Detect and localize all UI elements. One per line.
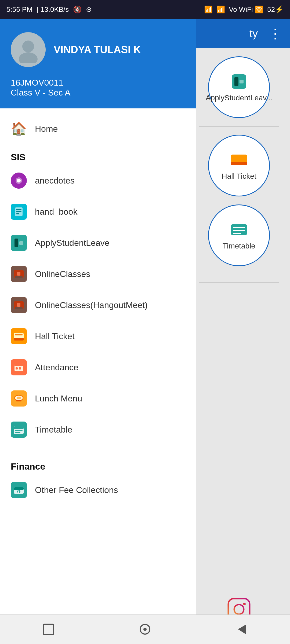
spacer <box>0 445 196 453</box>
bottom-navigation <box>0 614 290 644</box>
user-name: VINDYA TULASI K <box>54 44 141 56</box>
bottom-spacer <box>0 506 196 522</box>
online-classes-label: OnlineClasses <box>35 269 90 279</box>
svg-rect-29 <box>14 338 24 341</box>
main-container: ty ⋮ ApplyStudentLeav... <box>0 19 290 644</box>
user-class: Class V - Sec A <box>11 88 185 98</box>
nav-item-other-fee[interactable]: $ Other Fee Collections <box>0 474 196 506</box>
nav-item-apply-leave[interactable]: ApplyStudentLeave <box>0 227 196 258</box>
battery-display: 52⚡ <box>267 5 284 14</box>
nav-item-anecdotes[interactable]: anecdotes <box>0 165 196 196</box>
avatar <box>11 32 46 67</box>
side-drawer: VINDYA TULASI K 16JMOV0011 Class V - Sec… <box>0 19 196 644</box>
svg-text:$: $ <box>18 490 19 493</box>
online-classes-icon <box>11 266 27 282</box>
svg-rect-19 <box>16 213 19 214</box>
handbook-icon <box>11 204 27 220</box>
timetable-label: Timetable <box>35 425 72 435</box>
svg-rect-37 <box>16 400 21 401</box>
status-left: 5:56 PM | 13.0KB/s 🔇 ⊝ <box>6 5 92 14</box>
app-bar-title: ty <box>249 28 258 40</box>
sis-section-header: SIS <box>0 144 196 165</box>
user-profile-area: VINDYA TULASI K <box>11 32 185 67</box>
svg-rect-47 <box>43 624 54 635</box>
home-icon: 🏠 <box>11 121 27 136</box>
signal-icon: 📶 <box>204 5 213 14</box>
time-display: 5:56 PM <box>6 5 32 14</box>
status-bar: 5:56 PM | 13.0KB/s 🔇 ⊝ 📶 📶 Vo WiFi 🛜 52⚡ <box>0 0 290 19</box>
back-button[interactable] <box>231 619 252 640</box>
finance-section-header: Finance <box>0 453 196 474</box>
svg-rect-21 <box>19 241 23 245</box>
svg-point-15 <box>17 179 21 182</box>
anecdotes-icon <box>11 173 27 189</box>
apply-leave-label: ApplyStudentLeave <box>35 238 110 248</box>
apply-leave-label: ApplyStudentLeav... <box>206 94 273 102</box>
icons-area: ApplyStudentLeav... Hall Ticket <box>188 48 290 644</box>
drawer-nav: 🏠 Home SIS anecdotes <box>0 108 196 644</box>
svg-rect-7 <box>233 230 245 231</box>
speed-display: | 13.0KB/s <box>37 5 69 14</box>
nav-item-hangout[interactable]: OnlineClasses(HangoutMeet) <box>0 290 196 321</box>
anecdotes-label: anecdotes <box>35 176 75 186</box>
svg-rect-27 <box>17 303 20 307</box>
svg-rect-24 <box>17 272 20 276</box>
svg-point-13 <box>19 52 38 63</box>
timetable-circle-icon[interactable]: Timetable <box>208 204 270 266</box>
hall-ticket-icon <box>11 328 27 344</box>
apply-leave-circle-icon[interactable]: ApplyStudentLeav... <box>208 56 270 118</box>
mute-icon: 🔇 <box>73 5 82 14</box>
svg-point-10 <box>234 605 244 614</box>
nav-item-attendance[interactable]: Attendance <box>0 352 196 383</box>
timetable-label: Timetable <box>223 242 255 250</box>
svg-rect-34 <box>19 367 21 369</box>
svg-rect-41 <box>15 430 23 431</box>
other-fee-icon: $ <box>11 482 27 498</box>
svg-rect-17 <box>16 209 21 210</box>
svg-rect-30 <box>15 334 23 335</box>
svg-rect-6 <box>233 227 245 228</box>
svg-rect-33 <box>16 367 18 369</box>
nav-item-timetable[interactable]: Timetable <box>0 414 196 445</box>
hall-ticket-label: Hall Ticket <box>35 331 75 341</box>
svg-rect-40 <box>14 426 24 429</box>
svg-rect-26 <box>15 307 23 309</box>
user-id: 16JMOV0011 <box>11 78 185 88</box>
nav-item-home[interactable]: 🏠 Home <box>0 114 196 144</box>
more-options-icon[interactable]: ⋮ <box>269 26 282 41</box>
svg-rect-2 <box>240 80 244 83</box>
hall-ticket-label: Hall Ticket <box>222 172 256 181</box>
hangout-label: OnlineClasses(HangoutMeet) <box>35 300 148 310</box>
svg-rect-23 <box>15 276 23 278</box>
home-label: Home <box>35 124 58 134</box>
lunch-label: Lunch Menu <box>35 394 82 404</box>
svg-rect-1 <box>234 77 238 86</box>
lunch-icon <box>11 390 27 407</box>
svg-rect-20 <box>15 239 18 247</box>
nav-item-handbook[interactable]: hand_book <box>0 196 196 227</box>
hangout-icon <box>11 297 27 313</box>
svg-rect-18 <box>16 211 21 212</box>
home-button[interactable] <box>134 619 156 640</box>
status-right: 📶 📶 Vo WiFi 🛜 52⚡ <box>204 5 284 14</box>
nav-item-lunch[interactable]: Lunch Menu <box>0 383 196 414</box>
svg-point-11 <box>243 603 246 605</box>
timetable-icon <box>11 422 27 438</box>
svg-point-49 <box>143 628 147 631</box>
nav-item-online-classes[interactable]: OnlineClasses <box>0 258 196 290</box>
wifi-icon: Vo WiFi 🛜 <box>229 5 263 14</box>
recents-button[interactable] <box>38 619 59 640</box>
sim-icon: ⊝ <box>86 5 92 14</box>
svg-rect-4 <box>231 162 247 165</box>
handbook-label: hand_book <box>35 207 77 217</box>
nav-item-hall-ticket[interactable]: Hall Ticket <box>0 321 196 352</box>
svg-point-12 <box>22 41 34 52</box>
hall-ticket-circle-icon[interactable]: Hall Ticket <box>208 135 270 196</box>
svg-rect-44 <box>14 487 24 490</box>
divider-line <box>199 126 279 127</box>
divider-line2 <box>199 282 279 283</box>
other-fee-label: Other Fee Collections <box>35 485 118 495</box>
svg-rect-32 <box>15 364 23 366</box>
svg-point-38 <box>17 397 21 399</box>
svg-rect-8 <box>233 233 241 234</box>
